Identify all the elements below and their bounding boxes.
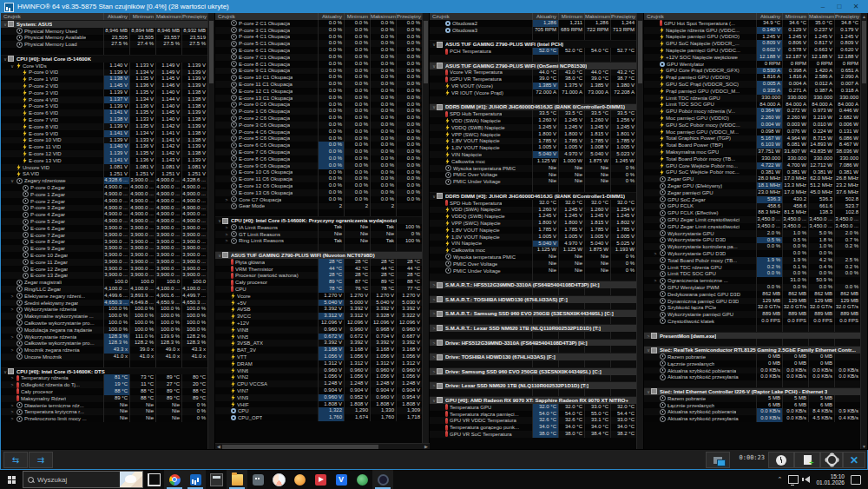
sensor-row[interactable]: Całkowite wykorzystanie pro...128.3 %128… — [1, 340, 208, 347]
sensor-row[interactable]: Całkowite wykorzystanie pro...100.0 %100… — [1, 320, 208, 327]
sensor-row[interactable]: Wykorzystanie pamięci GPU889 MB889 MB889… — [644, 311, 861, 318]
sensor-row[interactable]: P-core 2 C1 Okupacja0.0 %0.0 %0.0 %0.0 % — [215, 20, 423, 27]
sensor-row[interactable]: PMIC Under VoltageNieNieNie0 % — [430, 178, 637, 185]
sensor-row[interactable]: 1,8V VOUT Napięcie1.785 V1.785 V1.785 V1… — [430, 227, 637, 234]
sensor-row[interactable]: Napięcie rdzenia GPU (VDDC...0.140 V0.12… — [644, 27, 861, 34]
sensor-row[interactable]: Vcore1.270 V1.270 V1.270 V1.270 V — [215, 293, 423, 300]
column-header-aktualny[interactable]: Aktualny — [104, 13, 130, 20]
taskbar-app-file-explorer[interactable] — [227, 470, 247, 489]
sensor-row[interactable]: E-core 10 C1 Okupacja0.0 %0.0 %0.0 %0.0 … — [215, 74, 423, 81]
sensor-row[interactable]: PMIC Under VoltageNieNieNie0 % — [430, 268, 637, 274]
sensor-row[interactable]: Łącznie przesłanych6 MB6 MB6 MB — [644, 402, 861, 409]
sensor-row[interactable]: CPU78 °C76 °C78 °C77 °C — [215, 286, 423, 293]
sensor-row[interactable]: >Ring Limit ReasonsTakNieTak100 % — [215, 238, 423, 245]
sensor-row[interactable]: P-core 2 Zegar4,900.0 ...4,900.0 ...4,90… — [1, 198, 208, 205]
sensor-row[interactable]: GPU SoC Prąd (VDDCR_SOC)0.005 A0.004 A0.… — [644, 81, 861, 88]
column-header-czujnik[interactable]: Czujnik — [215, 13, 319, 20]
sensor-row[interactable]: Physical Memory Load27.5 %27.4 %27.5 %27… — [1, 41, 208, 48]
sensor-row[interactable]: E-core 10 C6 Okupacja0.0 %0.0 %0.0 %0.0 … — [215, 169, 423, 176]
sensor-row[interactable]: GPU SoC Zegar536.3 MHz430.2 MHz536.3 MHz… — [644, 196, 861, 203]
sensor-row[interactable]: 1,0V VOUT Napięcie1.005 V1.005 V1.008 V1… — [430, 144, 637, 151]
sensor-row[interactable]: Temperatura złącza pamięci...54.0 °C54.0… — [430, 411, 637, 418]
shrink-columns-button[interactable]: ⇉ — [29, 452, 53, 468]
sensor-row[interactable]: GPU Wentylator0 RPM0 RPM0 RPM0 RPM — [644, 61, 861, 68]
sensor-row[interactable]: E-core 12 VID1.139 V1.135 V1.142 V1.138 … — [1, 150, 208, 157]
sensor-row[interactable]: Uncore Mnożnik41.0 x41.0 x41.0 x41.0 x — [1, 354, 208, 360]
sensor-row[interactable]: E-core 10 VID1.139 V1.133 V1.141 V1.138 … — [1, 137, 208, 144]
sensor-row[interactable]: Dedykowana pamięć GPU D3D862 MB862 MB862… — [644, 291, 861, 298]
taskbar-app-dark-app[interactable] — [372, 470, 393, 489]
sensor-group-header[interactable]: >Drive: Samsung SSD 960 EVO 250GB (S3ESN… — [430, 367, 637, 375]
sensor-row[interactable]: >Temperatura krytyczna r...NieNieNie0 % — [1, 408, 208, 415]
vertical-scrollbar[interactable]: ▲ ▼ — [860, 13, 867, 450]
sensor-row[interactable]: >Efektywne zegary rdzeni...4,499.6 ...3,… — [1, 293, 208, 300]
sensor-group-header[interactable]: ∨CPU [#0]: Intel Core i5-14600K: Przyczy… — [215, 216, 423, 224]
sensor-row[interactable]: Wykorzystanie GPU D3D0.5 %0.5 %1.8 %0.7 … — [644, 237, 861, 244]
sensor-row[interactable]: Łącznie przesłanych0 MB0 MB0 MB — [644, 360, 861, 367]
sensor-row[interactable]: P-core 0 VID1.139 V1.134 V1.149 V1.139 V — [1, 69, 208, 76]
sensor-group-header[interactable]: ∨Sieć: Intel Ethernet Controller I226-V … — [644, 387, 861, 395]
sensor-row[interactable]: Szybkość łącza PCIe32.0 GT/s32.0 GT/s32.… — [644, 304, 861, 311]
start-button[interactable] — [0, 470, 23, 489]
sensor-row[interactable]: >Mnożnik zegara rdzenia43.3 x39.0 x49.0 … — [1, 347, 208, 354]
sensor-row[interactable]: E-core 6 C6 Okupacja0.0 %0.0 %0.0 %0.0 % — [215, 142, 423, 149]
scroll-up-icon[interactable]: ▲ — [861, 13, 867, 20]
taskbar-app-green-app[interactable] — [352, 470, 372, 489]
sensor-row[interactable]: Wykorzystanie kontrolera pa...0.0 %0.0 %… — [644, 243, 861, 250]
sensor-row[interactable]: VIN21.056 V1.056 V1.056 V1.056 V — [215, 373, 423, 380]
sensor-row[interactable]: Wysoka temperatura PMICNieNieNie0 % — [430, 254, 637, 261]
expand-arrow-icon[interactable]: > — [10, 375, 15, 380]
sensor-row[interactable]: >Przekroczono limit mocy ...NieNieNie0 % — [1, 415, 208, 422]
sensor-row[interactable]: +12V12.096 V12.096 V12.096 V12.096 V — [215, 320, 423, 327]
sensor-group-header[interactable]: >S.M.A.R.T.: HFS512G39MND-3310A (FS64B54… — [430, 281, 637, 288]
sensor-row[interactable]: E-core 8 C1 Okupacja0.0 %0.0 %0.0 %0.0 % — [215, 61, 423, 68]
sensor-group-header[interactable]: ∨GPU [#0]: AMD Radeon RX 9070 XT: Sapphi… — [430, 396, 637, 404]
sensor-row[interactable]: >Temperatury rdzenia81 °C73 °C89 °C80 °C — [1, 374, 208, 381]
sensor-row[interactable]: Maksymalny Rdzeń89 °C88 °C89 °C89 °C — [1, 395, 208, 402]
sensor-row[interactable]: P-core 1 VID1.138 V1.135 V1.145 V1.139 V — [1, 76, 208, 83]
sensor-row[interactable]: Limit TDC SOC GPU0.0 %0.0 %0.0 %0.0 % — [644, 270, 861, 277]
sensor-row[interactable]: CPU_OPT1,760 RPM1,674 RPM1,760 RPM1,718 … — [215, 414, 423, 421]
taskbar-clock[interactable]: 15:10 01.01.2026 — [816, 473, 845, 486]
sensor-row[interactable]: GPU Zegar Limit częstotliwości3,450.0 ..… — [644, 216, 861, 223]
tray-expand-chevron-icon[interactable]: ⌃ — [778, 476, 783, 483]
expand-arrow-icon[interactable]: > — [224, 232, 229, 237]
sensor-row[interactable]: P-core 5 C6 Okupacja0.0 %0.0 %0.0 %0.0 % — [215, 135, 423, 142]
sensor-row[interactable]: >IA Limit ReasonsTakNieTak100 % — [215, 224, 423, 231]
column-header-czujnik[interactable]: Czujnik — [1, 13, 104, 20]
column-header-aktualny[interactable]: Aktualny — [757, 13, 783, 20]
sensor-row[interactable]: ∨Zegary rdzeniowe4,328.6 ...3,900.0 ...4… — [1, 177, 208, 184]
sensor-row[interactable]: Modulacja zegara na żądanie100.0 %100.0 … — [1, 327, 208, 334]
column-header-minimum[interactable]: Minimum — [783, 13, 809, 20]
sensor-group-header[interactable]: >PresentMon [dwm.exe] — [644, 332, 861, 340]
close-icon[interactable]: ✕ — [848, 2, 864, 12]
sensor-row[interactable]: >GT Limit ReasonsNieNieNie0 % — [215, 231, 423, 238]
sensor-row[interactable]: Obudowa21,286 RPM1,211 RPM1,286 RPM1,244… — [430, 20, 637, 27]
sensor-row[interactable]: >Core C7 Okupacja0.0 %0.0 %0.0 %0.0 % — [215, 196, 423, 203]
taskbar-app-task-view[interactable] — [143, 470, 164, 489]
column-header-aktualny[interactable]: Aktualny — [319, 13, 345, 20]
sensor-row[interactable]: P-core 5 VID1.139 V1.136 V1.140 V1.138 V — [1, 103, 208, 110]
logging-clock-button[interactable] — [768, 452, 794, 468]
sensor-row[interactable]: E-core 6 C1 Okupacja0.0 %0.0 %0.0 %0.0 % — [215, 47, 423, 54]
expand-arrow-icon[interactable]: > — [224, 225, 229, 230]
sensor-row[interactable]: P-core 4 VID1.137 V1.134 V1.144 V1.138 V — [1, 96, 208, 103]
sensor-group-header[interactable]: ∨Sieć: RealTek Semiconductor RTL8125 Gam… — [644, 346, 861, 354]
sensor-row[interactable]: GPU SoC Wejście Pobór moc...0.381 W0.381… — [644, 169, 861, 176]
sensor-row[interactable]: 3VCC3.312 V3.312 V3.328 V3.322 V — [215, 313, 423, 320]
sensor-group-header[interactable]: ∨CPU [#0]: Intel Core i5-14600K: DTS — [1, 367, 208, 375]
sensor-row[interactable]: Aktualna szybkość przesyłania0.0 KB/s0.0… — [644, 415, 861, 422]
sensor-row[interactable]: >Wykorzystanie rdzenia128.3 %111.0 %139.… — [1, 334, 208, 340]
sensor-row[interactable]: Gear Mode222 — [215, 203, 423, 210]
search-highlight-image[interactable] — [120, 472, 142, 487]
sensor-row[interactable]: Limit TDC rdzenia GPU0.2 %0.1 %0.4 %0.2 … — [644, 264, 861, 271]
remote-monitoring-button[interactable] — [706, 452, 730, 468]
sensor-row[interactable]: VIN Napięcie5.040 V4.970 V5.040 V5.025 V — [430, 241, 637, 248]
sensor-row[interactable]: GPU Pobór mocy rdzenia (V...0.364 W0.272… — [644, 108, 861, 115]
sensor-row[interactable]: >Ograniczenia termiczne ...31.0 %50.9 % — [644, 277, 861, 284]
sensor-row[interactable]: Uncore VID1.081 V1.081 V1.081 V1.081 V — [1, 164, 208, 171]
sensor-row[interactable]: P-core 4 C1 Okupacja0.0 %0.0 %0.0 %0.0 % — [215, 34, 423, 41]
expand-arrow-icon[interactable]: > — [10, 382, 15, 387]
sensor-row[interactable]: >Odległość rdzenia do Tj...19 °C11 °C27 … — [1, 381, 208, 388]
sensor-row[interactable]: Vcore VR Temperatura44.0 °C43.0 °C44.0 °… — [430, 69, 637, 76]
